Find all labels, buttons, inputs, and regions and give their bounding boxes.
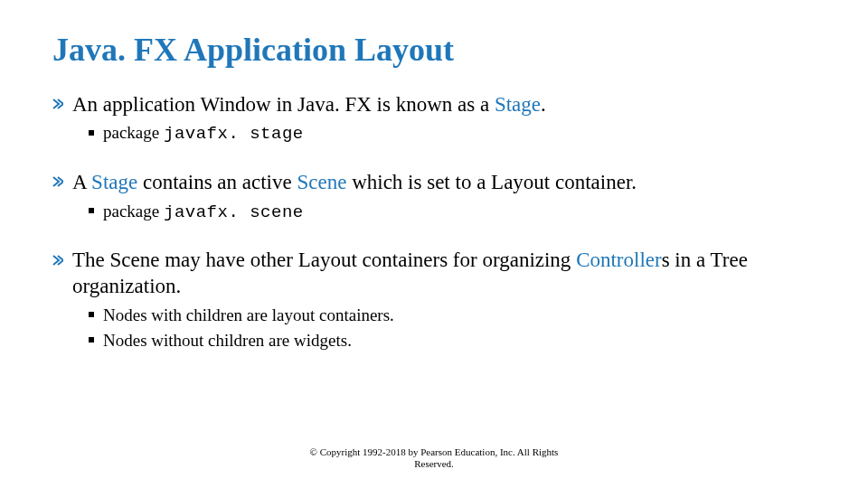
bullet-list: An application Window in Java. FX is kno… <box>52 92 816 352</box>
arrow-bullet-icon <box>52 255 63 266</box>
sub-list: package javafx. scene <box>72 200 816 225</box>
slide-title: Java. FX Application Layout <box>52 33 816 69</box>
bullet-item: A Stage contains an active Scene which i… <box>52 170 816 224</box>
bullet-item: The Scene may have other Layout containe… <box>52 248 816 352</box>
bullet-text: An application Window in Java. FX is kno… <box>72 93 546 116</box>
arrow-bullet-icon <box>52 99 63 109</box>
sub-item: Nodes without children are widgets. <box>89 329 816 352</box>
slide: Java. FX Application Layout An applicati… <box>0 0 868 488</box>
arrow-bullet-icon <box>52 176 63 187</box>
sub-item: package javafx. scene <box>89 200 816 225</box>
sub-item: Nodes with children are layout container… <box>89 304 816 327</box>
sub-item: package javafx. stage <box>89 121 816 146</box>
bullet-item: An application Window in Java. FX is kno… <box>52 92 816 146</box>
sub-list: package javafx. stage <box>72 121 816 146</box>
sub-list: Nodes with children are layout container… <box>72 304 816 352</box>
copyright-footer: © Copyright 1992-2018 by Pearson Educati… <box>0 446 868 470</box>
bullet-text: A Stage contains an active Scene which i… <box>72 171 637 193</box>
bullet-text: The Scene may have other Layout containe… <box>72 249 748 297</box>
